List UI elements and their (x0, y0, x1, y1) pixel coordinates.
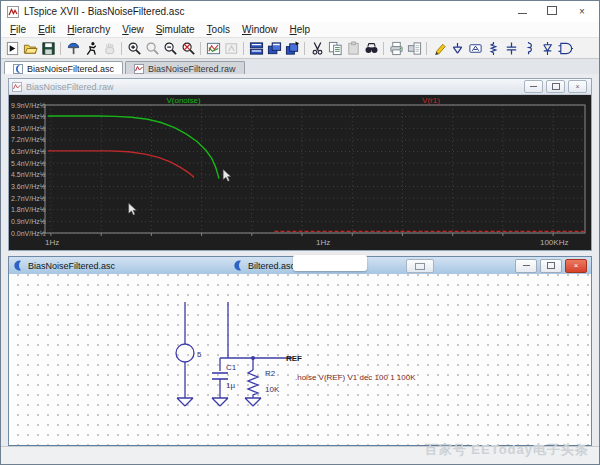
ground-symbol[interactable] (245, 398, 261, 406)
toolbar-separator (200, 42, 201, 55)
resistor-icon[interactable] (484, 40, 502, 57)
diode-icon[interactable] (538, 40, 556, 57)
inactive-restore-button[interactable] (406, 259, 434, 273)
control-panel-icon[interactable] (64, 40, 82, 57)
menu-window[interactable]: Window (236, 24, 284, 35)
svg-text:8.1nV/Hz½: 8.1nV/Hz½ (11, 125, 46, 132)
paste-icon (344, 40, 362, 57)
menu-help[interactable]: Help (284, 24, 317, 35)
tab-biasnoisefiltered-asc[interactable]: BiasNoiseFiltered.asc (4, 61, 123, 75)
save-icon[interactable] (39, 40, 57, 57)
waveform-window-titlebar: BiasNoiseFiltered.raw × (9, 79, 591, 95)
zoom-area-icon[interactable] (143, 40, 161, 57)
waveform-close-button[interactable]: × (568, 80, 587, 93)
svg-text:9.0nV/Hz½: 9.0nV/Hz½ (11, 113, 46, 120)
schematic-close-button[interactable]: × (565, 259, 587, 273)
cascade-icon[interactable] (265, 40, 283, 57)
window-title: LTspice XVII - BiasNoiseFiltered.asc (24, 6, 184, 17)
svg-text:100KHz: 100KHz (540, 238, 568, 247)
print-icon[interactable] (387, 40, 405, 57)
waveform-icon (12, 82, 22, 92)
ground-icon[interactable] (448, 40, 466, 57)
toolbar-separator (243, 42, 244, 55)
mdi-workspace: BiasNoiseFiltered.raw × 9.9nV/Hz½9.0nV/H… (1, 74, 599, 447)
c1-name-label[interactable]: C1 (226, 363, 237, 372)
source-value-label[interactable]: 5 (197, 350, 202, 359)
background-window-titlebar[interactable]: Biltered.asc (233, 257, 295, 274)
print-preview-icon[interactable] (405, 40, 423, 57)
svg-text:0.0nV/Hz½: 0.0nV/Hz½ (11, 230, 46, 237)
title-bar: LTspice XVII - BiasNoiseFiltered.asc × (1, 1, 599, 22)
zoom-in-icon[interactable] (125, 40, 143, 57)
svg-text:V(onoise): V(onoise) (166, 96, 201, 105)
waveform-restore-button[interactable] (546, 80, 565, 93)
noise-plot[interactable]: 9.9nV/Hz½9.0nV/Hz½8.1nV/Hz½7.2nV/Hz½6.3n… (9, 95, 591, 250)
spice-directive[interactable]: .noise V(REF) V1 dec 100 1 100K (295, 373, 416, 382)
svg-text:5.4nV/Hz½: 5.4nV/Hz½ (11, 160, 46, 167)
component-icon[interactable] (556, 40, 574, 57)
inductor-icon[interactable] (520, 40, 538, 57)
menu-view[interactable]: View (116, 24, 150, 35)
schematic-drawing: 5 C1 1µ R2 10K REF .noise V(REF) V1 dec … (9, 276, 591, 426)
voltage-source-symbol[interactable] (176, 344, 194, 362)
r2-name-label[interactable]: R2 (265, 369, 276, 378)
toolbar-separator (121, 42, 122, 55)
minimize-button[interactable] (517, 6, 527, 17)
schematic-minimize-button[interactable] (515, 259, 537, 273)
menu-bar: FileEditHierarchyViewSimulateToolsWindow… (1, 22, 599, 38)
zoom-out-icon[interactable] (161, 40, 179, 57)
tooltip-blob (293, 255, 367, 271)
ltspice-main-window: LTspice XVII - BiasNoiseFiltered.asc × F… (0, 0, 600, 465)
toolbar-separator (383, 42, 384, 55)
wire-pencil-icon[interactable] (430, 40, 448, 57)
tile-horizontal-icon[interactable] (247, 40, 265, 57)
ltspice-crescent-icon (13, 260, 24, 271)
svg-text:9.9nV/Hz½: 9.9nV/Hz½ (11, 102, 46, 109)
ltspice-logo-icon (7, 6, 19, 18)
close-button[interactable]: × (577, 6, 587, 17)
svg-text:V(r1): V(r1) (422, 96, 440, 105)
new-schematic-icon[interactable] (3, 40, 21, 57)
menu-hierarchy[interactable]: Hierarchy (61, 24, 116, 35)
schematic-window-title: BiasNoiseFiltered.asc (28, 261, 115, 271)
svg-text:1Hz: 1Hz (316, 238, 330, 247)
menu-tools[interactable]: Tools (201, 24, 236, 35)
schematic-restore-button[interactable] (540, 259, 562, 273)
tab-biasnoisefiltered-raw[interactable]: BiasNoiseFiltered.raw (125, 61, 245, 75)
toolbar-separator (60, 42, 61, 55)
toolbar-separator (304, 42, 305, 55)
schematic-canvas[interactable]: 5 C1 1µ R2 10K REF .noise V(REF) V1 dec … (9, 274, 591, 445)
svg-text:2.7nV/Hz½: 2.7nV/Hz½ (11, 195, 46, 202)
menu-simulate[interactable]: Simulate (150, 24, 201, 35)
watermark-text: 百家号 EEToday电子头条 (425, 441, 589, 459)
svg-text:3.6nV/Hz½: 3.6nV/Hz½ (11, 183, 46, 190)
run-icon[interactable] (82, 40, 100, 57)
zoom-fit-icon[interactable] (179, 40, 197, 57)
menu-file[interactable]: File (4, 24, 32, 35)
ground-symbol[interactable] (177, 398, 193, 406)
waveform-minimize-button[interactable] (524, 80, 543, 93)
capacitor-icon[interactable] (502, 40, 520, 57)
svg-text:6.3nV/Hz½: 6.3nV/Hz½ (11, 148, 46, 155)
find-icon[interactable] (362, 40, 380, 57)
pan-icon (222, 40, 240, 57)
cut-icon[interactable] (308, 40, 326, 57)
svg-text:4.5nV/Hz½: 4.5nV/Hz½ (11, 171, 46, 178)
menu-edit[interactable]: Edit (32, 24, 61, 35)
resistor-symbol[interactable] (248, 370, 258, 398)
open-folder-icon[interactable] (21, 40, 39, 57)
cascade-arrow-icon[interactable] (283, 40, 301, 57)
r2-value-label[interactable]: 10K (265, 385, 280, 394)
label-icon[interactable] (466, 40, 484, 57)
ground-symbol[interactable] (212, 398, 228, 406)
net-label-ref[interactable]: REF (286, 354, 302, 363)
autorange-icon[interactable] (204, 40, 222, 57)
svg-text:1.8nV/Hz½: 1.8nV/Hz½ (11, 206, 46, 213)
c1-value-label[interactable]: 1µ (226, 381, 235, 390)
waveform-window-title: BiasNoiseFiltered.raw (26, 82, 114, 92)
tab-label: BiasNoiseFiltered.asc (27, 64, 114, 74)
copy-icon[interactable] (326, 40, 344, 57)
tab-label: BiasNoiseFiltered.raw (148, 64, 236, 74)
maximize-button[interactable] (547, 6, 557, 17)
svg-text:0.9nV/Hz½: 0.9nV/Hz½ (11, 218, 46, 225)
